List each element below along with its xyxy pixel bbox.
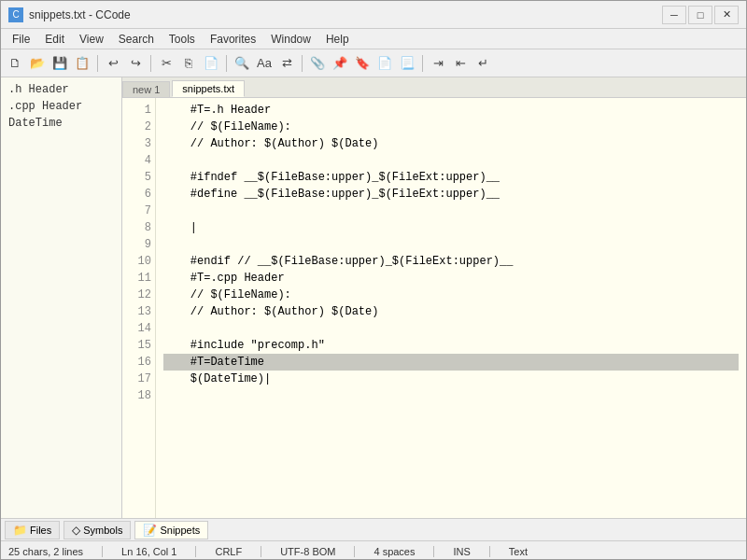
line-num-12: 12 (122, 287, 155, 303)
bottom-tab-symbols[interactable]: ◇Symbols (63, 521, 131, 539)
sidebar: .h Header.cpp HeaderDateTime (1, 77, 122, 518)
toolbar-separator (97, 55, 98, 72)
line-num-17: 17 (122, 371, 155, 387)
menu-item-help[interactable]: Help (318, 31, 357, 48)
files-icon: 📁 (13, 524, 27, 537)
toolbar: 🗋📂💾📋↩↪✂⎘📄🔍Aa⇄📎📌🔖📄📃⇥⇤↵ (1, 49, 746, 77)
undo-button[interactable]: ↩ (103, 53, 123, 74)
clip4-button[interactable]: 📄 (374, 53, 395, 74)
status-bar: 25 chars, 2 lines Ln 16, Col 1 CRLF UTF-… (1, 540, 746, 560)
editor-area: new 1snippets.txt 1234567891011121314151… (122, 77, 746, 518)
code-editor[interactable]: 123456789101112131415161718 #T=.h Header… (122, 98, 746, 518)
code-line-18 (163, 387, 739, 404)
status-sep-1 (102, 546, 103, 557)
menu-item-file[interactable]: File (5, 31, 37, 48)
menu-item-window[interactable]: Window (263, 31, 318, 48)
paste-button[interactable]: 📄 (201, 53, 221, 74)
code-line-9 (163, 236, 739, 253)
indent-button[interactable]: ⇥ (428, 53, 448, 74)
toolbar-separator (422, 55, 423, 72)
line-num-14: 14 (122, 320, 155, 337)
redo-button[interactable]: ↪ (125, 53, 146, 74)
save-all-button[interactable]: 📋 (72, 53, 92, 74)
menu-item-favorites[interactable]: Favorites (203, 31, 263, 48)
status-sep-3 (261, 546, 261, 557)
code-line-10: #endif // __$(FileBase:upper)_$(FileExt:… (163, 253, 739, 270)
bottom-tab-label-snippets: Snippets (160, 525, 200, 536)
clip1-button[interactable]: 📎 (307, 53, 328, 74)
status-sep-5 (433, 546, 434, 557)
tab-new-1[interactable]: new 1 (122, 81, 170, 97)
code-line-13: // Author: $(Author) $(Date) (163, 303, 739, 320)
snippets-icon: 📝 (143, 524, 157, 537)
code-line-5: #ifndef __$(FileBase:upper)_$(FileExt:up… (163, 169, 739, 186)
match-case-button[interactable]: Aa (254, 53, 275, 74)
menu-item-search[interactable]: Search (111, 31, 162, 48)
code-line-1: #T=.h Header (163, 102, 739, 119)
close-button[interactable]: ✕ (714, 6, 739, 24)
window-controls: ─ □ ✕ (662, 6, 739, 24)
open-button[interactable]: 📂 (27, 53, 48, 74)
minimize-button[interactable]: ─ (662, 6, 686, 24)
clip5-button[interactable]: 📃 (397, 53, 417, 74)
line-num-10: 10 (122, 253, 155, 270)
word-wrap-button[interactable]: ↵ (472, 53, 493, 74)
menu-item-tools[interactable]: Tools (162, 31, 203, 48)
save-button[interactable]: 💾 (49, 53, 70, 74)
new-button[interactable]: 🗋 (5, 53, 25, 74)
replace-button[interactable]: ⇄ (276, 53, 297, 74)
code-line-8: | (163, 219, 739, 236)
status-sep-4 (354, 546, 355, 557)
find-button[interactable]: 🔍 (232, 53, 252, 74)
window-title: snippets.txt - CCode (29, 8, 662, 21)
line-num-11: 11 (122, 270, 155, 287)
app-icon: C (8, 7, 23, 22)
bottom-tabs: 📁Files◇Symbols📝Snippets (1, 518, 746, 540)
code-line-12: // $(FileName): (163, 287, 739, 303)
code-line-17: $(DateTime)| (163, 371, 739, 387)
status-sep-2 (195, 546, 196, 557)
line-num-15: 15 (122, 337, 155, 354)
line-num-16: 16 (122, 354, 155, 371)
clip3-button[interactable]: 🔖 (352, 53, 373, 74)
bottom-tab-files[interactable]: 📁Files (5, 521, 60, 539)
line-ending: CRLF (215, 546, 242, 557)
code-line-14 (163, 320, 739, 337)
cut-button[interactable]: ✂ (156, 53, 176, 74)
snippet-datetime[interactable]: DateTime (1, 115, 121, 132)
toolbar-separator (226, 55, 227, 72)
code-line-4 (163, 152, 739, 169)
file-type: Text (509, 546, 528, 557)
copy-button[interactable]: ⎘ (178, 53, 199, 74)
code-line-6: #define __$(FileBase:upper)_$(FileExt:up… (163, 186, 739, 203)
code-line-16: #T=DateTime (163, 354, 739, 371)
tab-snippets.txt[interactable]: snippets.txt (172, 80, 245, 97)
line-num-3: 3 (122, 135, 155, 152)
line-num-9: 9 (122, 236, 155, 253)
indent-style: 4 spaces (374, 546, 415, 557)
status-sep-6 (489, 546, 490, 557)
snippet-cpp-header[interactable]: .cpp Header (1, 98, 121, 115)
menu-item-view[interactable]: View (72, 31, 111, 48)
maximize-button[interactable]: □ (688, 6, 712, 24)
menu-bar: FileEditViewSearchToolsFavoritesWindowHe… (1, 29, 746, 49)
line-num-18: 18 (122, 387, 155, 404)
clip2-button[interactable]: 📌 (330, 53, 350, 74)
bottom-tab-snippets[interactable]: 📝Snippets (134, 521, 208, 539)
toolbar-separator (302, 55, 303, 72)
menu-item-edit[interactable]: Edit (37, 31, 72, 48)
code-line-7 (163, 203, 739, 219)
line-num-6: 6 (122, 186, 155, 203)
cursor-position: Ln 16, Col 1 (121, 546, 176, 557)
encoding: UTF-8 BOM (280, 546, 335, 557)
line-num-2: 2 (122, 119, 155, 135)
snippet-h-header[interactable]: .h Header (1, 81, 121, 98)
outdent-button[interactable]: ⇤ (450, 53, 471, 74)
main-area: .h Header.cpp HeaderDateTime new 1snippe… (1, 77, 746, 518)
tab-bar: new 1snippets.txt (122, 77, 746, 98)
code-content[interactable]: #T=.h Header // $(FileName): // Author: … (156, 98, 746, 518)
symbols-icon: ◇ (72, 524, 80, 537)
line-num-5: 5 (122, 169, 155, 186)
line-numbers: 123456789101112131415161718 (122, 98, 156, 518)
insert-mode: INS (453, 546, 470, 557)
